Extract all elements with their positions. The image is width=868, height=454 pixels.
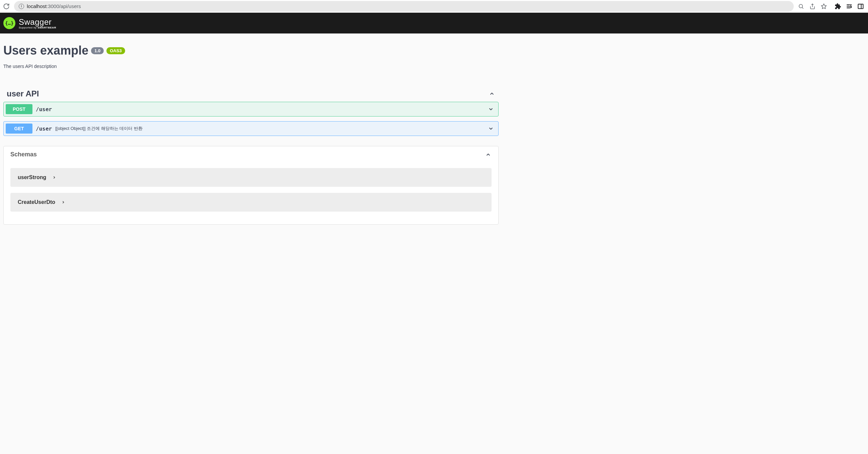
search-icon[interactable] <box>798 3 804 10</box>
extensions-icon[interactable] <box>835 3 841 10</box>
tag-section: user API POST /user GET /user [[object O… <box>3 86 499 136</box>
tag-header[interactable]: user API <box>3 86 499 102</box>
browser-toolbar: i localhost:3000/api/users <box>0 0 868 13</box>
chevron-down-icon <box>488 125 494 132</box>
operation-path: /user <box>36 126 52 132</box>
url-bar[interactable]: i localhost:3000/api/users <box>14 1 794 12</box>
method-badge: POST <box>6 104 32 114</box>
operation-get-user[interactable]: GET /user [[object Object]] 조건에 해당하는 데이터… <box>3 121 499 136</box>
schemas-section: Schemas userStrong CreateUserDto <box>3 146 499 225</box>
swagger-logo[interactable]: {…} Swagger Supported by SMARTBEAR <box>3 17 56 29</box>
site-info-icon[interactable]: i <box>19 4 24 9</box>
schema-name: userStrong <box>18 175 46 180</box>
main-content: Users example 1.0 OAS3 The users API des… <box>0 33 502 231</box>
reload-icon[interactable] <box>3 3 10 10</box>
swagger-logo-subtext: Supported by SMARTBEAR <box>19 26 56 29</box>
schema-name: CreateUserDto <box>18 199 55 205</box>
url-port: :3000 <box>46 3 59 9</box>
method-badge: GET <box>6 124 32 133</box>
swagger-logo-icon: {…} <box>3 17 16 29</box>
chevron-up-icon <box>485 151 492 158</box>
url-host: localhost <box>27 3 46 9</box>
operation-post-user[interactable]: POST /user <box>3 102 499 117</box>
chevron-down-icon <box>488 106 494 113</box>
svg-point-0 <box>799 4 803 8</box>
operation-summary: [[object Object]] 조건에 해당하는 데이터 반환 <box>55 126 143 131</box>
api-title: Users example <box>3 43 88 58</box>
panel-icon[interactable] <box>857 3 864 10</box>
chevron-right-icon <box>51 174 58 181</box>
playlist-icon[interactable] <box>846 3 852 10</box>
chevron-right-icon <box>60 199 67 206</box>
schemas-title: Schemas <box>10 151 37 158</box>
api-description: The users API description <box>3 64 499 69</box>
api-title-row: Users example 1.0 OAS3 <box>3 43 499 58</box>
share-icon[interactable] <box>809 3 816 10</box>
schema-item-userstrong[interactable]: userStrong <box>10 168 492 187</box>
version-badge: 1.0 <box>91 47 104 54</box>
svg-line-1 <box>802 7 803 8</box>
oas-badge: OAS3 <box>106 47 125 54</box>
schemas-body: userStrong CreateUserDto <box>4 163 498 224</box>
svg-rect-4 <box>858 4 863 8</box>
url-text: localhost:3000/api/users <box>27 3 81 9</box>
swagger-header: {…} Swagger Supported by SMARTBEAR <box>0 13 868 33</box>
schemas-header[interactable]: Schemas <box>4 146 498 163</box>
swagger-logo-text: Swagger <box>19 18 56 27</box>
url-path: /api/users <box>59 3 81 9</box>
star-icon[interactable] <box>820 3 827 10</box>
browser-actions <box>798 3 865 10</box>
tag-title: user API <box>7 89 39 98</box>
operation-path: /user <box>36 106 52 113</box>
svg-marker-3 <box>822 4 827 8</box>
schema-item-createuserdto[interactable]: CreateUserDto <box>10 193 492 212</box>
chevron-up-icon <box>489 90 495 97</box>
